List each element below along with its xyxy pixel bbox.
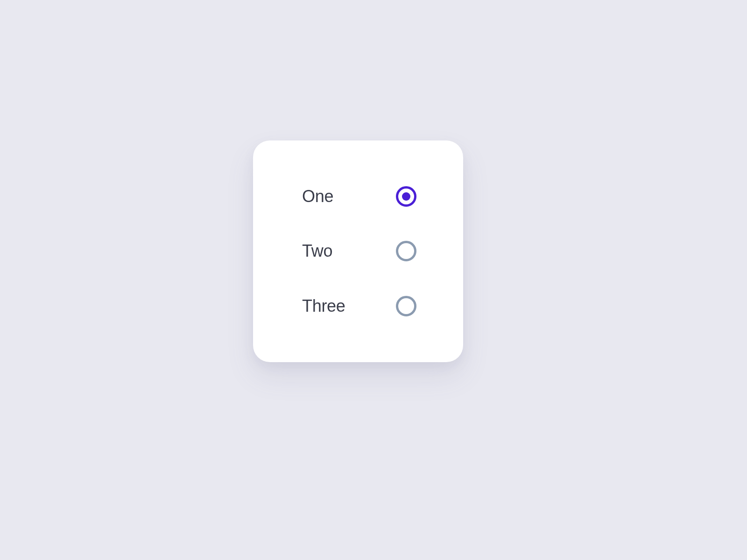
radio-label-three: Three <box>302 296 345 316</box>
radio-selected-dot-icon <box>402 192 410 201</box>
radio-one[interactable] <box>396 186 416 207</box>
radio-row-three: Three <box>302 294 416 318</box>
radio-card: One Two Three <box>253 140 463 362</box>
radio-row-two: Two <box>302 239 416 263</box>
radio-two[interactable] <box>396 241 416 261</box>
radio-three[interactable] <box>396 296 416 316</box>
radio-row-one: One <box>302 185 416 208</box>
radio-label-two: Two <box>302 241 332 261</box>
radio-label-one: One <box>302 187 333 206</box>
